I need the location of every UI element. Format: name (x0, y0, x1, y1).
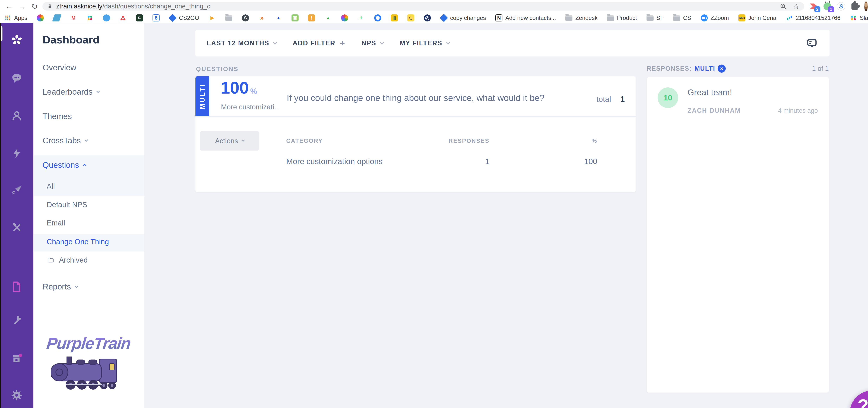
nav-item-overview[interactable]: Overview (42, 63, 76, 72)
teal-chart-icon (786, 14, 793, 22)
bookmark-item[interactable] (86, 14, 93, 22)
purpletrain-train-illustration (33, 351, 144, 392)
bookmark-item[interactable]: ZZoom (701, 14, 729, 22)
bookmark-item[interactable]: ▶ (209, 14, 216, 22)
bookmark-item[interactable] (37, 14, 44, 22)
filter-my-filters[interactable]: MY FILTERS (400, 39, 449, 47)
extensions-puzzle-icon[interactable] (850, 2, 859, 11)
filter-last-12-months[interactable]: LAST 12 MONTHS (207, 39, 276, 47)
zoom-page-icon[interactable] (779, 3, 787, 10)
settings-icon[interactable] (10, 389, 23, 401)
nps-score-badge: 10 (658, 87, 678, 108)
tv-mode-button[interactable] (806, 38, 818, 49)
bookmark-item[interactable]: CS (673, 14, 691, 21)
nav-item-archived[interactable]: Archived (46, 256, 88, 264)
nav-item-change-one-thing[interactable]: Change One Thing (46, 238, 109, 246)
bookmark-item[interactable]: ▲ (324, 14, 332, 22)
bookmark-item[interactable] (374, 14, 381, 22)
help-button[interactable]: ? (850, 390, 868, 408)
bookmark-item[interactable]: 8 (153, 14, 160, 22)
address-bar[interactable]: ztrain.asknice.ly/dash/questions/change_… (42, 2, 804, 10)
filter-label: ADD FILTER (292, 39, 335, 47)
bookmark-item[interactable]: Zendesk (565, 14, 598, 21)
bookmark-item[interactable]: M (70, 14, 77, 22)
responses-filter-tag: MULTI (694, 65, 715, 72)
extension-green-icon[interactable]: 1 (823, 2, 832, 11)
bookmark-label: SF (656, 14, 664, 21)
folder-icon (607, 15, 614, 21)
forward-button[interactable]: → (18, 2, 26, 11)
store-icon[interactable] (10, 352, 23, 365)
bookmark-item[interactable]: Product (607, 14, 637, 21)
remove-filter-button[interactable]: × (718, 65, 726, 73)
bookmark-star-icon[interactable]: ☆ (793, 2, 800, 11)
calendar-8-icon: 8 (153, 14, 160, 22)
folder-icon (46, 257, 55, 263)
nav-item-label: Questions (42, 160, 79, 170)
bookmark-item[interactable]: + (358, 14, 365, 22)
nav-item-reports[interactable]: Reports (42, 282, 78, 291)
nav-item-questions[interactable]: Questions (42, 160, 86, 170)
nav-item-crosstabs[interactable]: CrossTabs (42, 136, 88, 145)
nav-item-default-nps[interactable]: Default NPS (46, 200, 87, 209)
bookmark-item[interactable] (103, 14, 110, 22)
bookmark-item[interactable]: copy changes (440, 14, 486, 22)
people-icon[interactable] (10, 109, 23, 122)
orange-play-icon: ▶ (209, 14, 216, 22)
bookmark-item[interactable]: ▲ (275, 14, 282, 22)
bookmark-item[interactable]: Apps (4, 14, 27, 22)
chevron-down-icon (96, 89, 100, 93)
bookmark-item[interactable] (120, 14, 126, 22)
nav-item-label: Default NPS (46, 200, 87, 209)
bookmark-item[interactable]: ☺ (407, 14, 414, 22)
automation-icon[interactable] (10, 147, 23, 159)
url-text: ztrain.asknice.ly/dash/questions/change_… (56, 3, 210, 10)
red-dots-icon (120, 14, 126, 22)
reload-button[interactable]: ↻ (31, 2, 38, 11)
bookmark-item[interactable]: S. (136, 14, 143, 22)
conversations-icon[interactable] (10, 72, 23, 84)
blue-parallelogram-icon (52, 14, 62, 22)
nav-item-label: Themes (42, 112, 72, 121)
bookmark-item[interactable]: » (258, 14, 266, 22)
build-icon[interactable] (10, 221, 23, 234)
purpletrain-logo: PurpleTrain (33, 334, 144, 392)
filter-add-filter[interactable]: ADD FILTER+ (292, 39, 345, 48)
bookmark-item[interactable]: 21168041521766 (786, 14, 841, 22)
bookmark-item[interactable]: S (242, 14, 249, 22)
browser-profile-avatar[interactable] (864, 1, 868, 11)
nav-item-email[interactable]: Email (46, 219, 65, 227)
bookmark-item[interactable]: CS2GO (169, 14, 199, 22)
nav-item-label: All (46, 182, 55, 191)
bookmark-label: Apps (14, 14, 27, 21)
drive-triangle-icon: ▲ (324, 14, 332, 22)
bookmark-item[interactable] (341, 14, 348, 22)
asknicely-logo[interactable] (10, 34, 23, 46)
filter-nps[interactable]: NPS (361, 39, 383, 47)
send-icon[interactable] (10, 184, 23, 196)
response-card[interactable]: 10 Great team! ZACH DUNHAM 4 minutes ago (647, 77, 829, 393)
bookmark-item[interactable]: SF (647, 14, 664, 21)
actions-button[interactable]: Actions (200, 131, 259, 151)
category-cell[interactable]: More customization options (286, 157, 383, 166)
bookmark-item[interactable]: Slack | Sloan | Ask... (850, 14, 868, 22)
nav-item-all[interactable]: All (46, 182, 55, 191)
extension-sloan-icon[interactable]: S (837, 2, 846, 11)
nav-item-themes[interactable]: Themes (42, 112, 72, 121)
total-label: total (596, 95, 611, 103)
responses-title: RESPONSES: (647, 65, 692, 72)
extension-red-icon[interactable]: 2 (809, 2, 818, 11)
bookmark-item[interactable] (225, 15, 232, 21)
pages-icon[interactable] (10, 281, 23, 293)
bookmark-item[interactable]: ||| (391, 14, 398, 22)
nav-item-leaderboards[interactable]: Leaderboards (42, 87, 99, 97)
bookmark-item[interactable]: ! (308, 14, 315, 22)
back-button[interactable]: ← (5, 2, 13, 11)
bookmark-item[interactable]: ▣ (291, 14, 299, 22)
bookmark-item[interactable]: NAdd new contacts... (495, 14, 556, 22)
tools-icon[interactable] (10, 314, 23, 326)
bookmark-item[interactable]: ◎ (424, 14, 431, 22)
imdb-icon: IMDb (738, 14, 745, 22)
bookmark-item[interactable] (53, 14, 60, 22)
bookmark-item[interactable]: IMDbJohn Cena (738, 14, 776, 22)
